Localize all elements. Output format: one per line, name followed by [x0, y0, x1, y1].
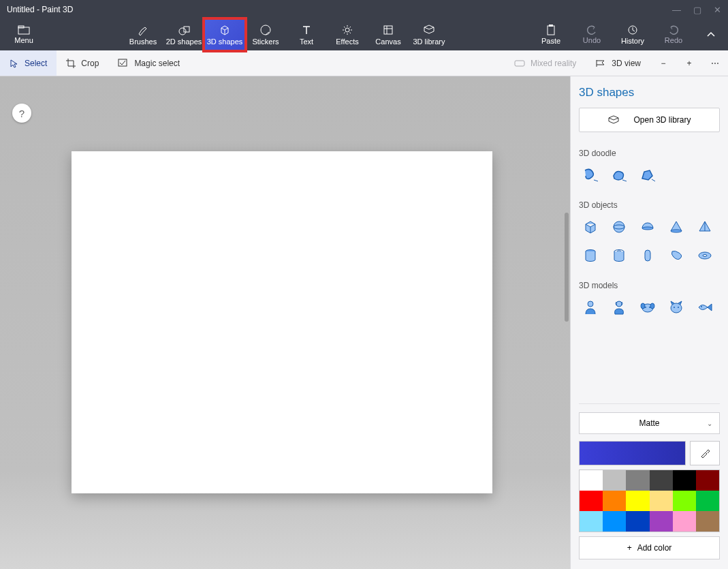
redo-button[interactable]: Redo: [653, 19, 694, 50]
library-icon: [423, 24, 435, 36]
svg-line-12: [594, 180, 598, 181]
ellipsis-icon: ⋯: [711, 59, 719, 68]
maximize-button[interactable]: ▢: [693, 5, 701, 15]
svg-rect-11: [515, 61, 524, 66]
object-pyramid[interactable]: [693, 215, 716, 239]
color-swatch[interactable]: [696, 470, 719, 491]
object-cylinder[interactable]: [579, 244, 602, 267]
mixed-reality-tool: Mixed reality: [505, 59, 586, 68]
color-swatch[interactable]: [626, 491, 649, 511]
magic-select-tool[interactable]: Magic select: [108, 50, 189, 76]
ribbon-tool-label: Canvas: [375, 37, 400, 46]
svg-point-4: [261, 25, 270, 35]
current-color[interactable]: [579, 441, 686, 465]
close-button[interactable]: ✕: [714, 5, 721, 15]
svg-line-13: [622, 180, 627, 181]
color-swatch[interactable]: [696, 511, 719, 532]
model-man[interactable]: [579, 296, 602, 319]
model-dog[interactable]: [636, 296, 659, 319]
object-sphere[interactable]: [607, 215, 631, 239]
svg-rect-22: [645, 250, 650, 261]
color-swatch[interactable]: [626, 511, 649, 532]
ribbon-tool-text[interactable]: Text: [286, 19, 327, 50]
color-swatch[interactable]: [580, 470, 603, 491]
canvas[interactable]: [72, 151, 492, 493]
select-tool[interactable]: Select: [0, 50, 57, 76]
model-fish[interactable]: [693, 296, 716, 319]
menu-button[interactable]: Menu: [0, 19, 48, 50]
ribbon-tool-label: 3D shapes: [207, 37, 243, 46]
ribbon-tool-2d[interactable]: 2D shapes: [163, 19, 204, 50]
color-swatch[interactable]: [673, 470, 696, 491]
more-button[interactable]: ⋯: [702, 59, 728, 68]
object-tube[interactable]: [607, 244, 631, 267]
side-panel: 3D shapes Open 3D library 3D doodle 3D o…: [570, 76, 728, 569]
cursor-icon: [10, 59, 19, 68]
ribbon-tool-library[interactable]: 3D library: [409, 19, 449, 50]
model-cat[interactable]: [665, 296, 688, 319]
svg-point-31: [649, 307, 650, 308]
window-controls: — ▢ ✕: [672, 5, 721, 15]
color-palette: [579, 470, 720, 532]
object-torus[interactable]: [693, 244, 716, 267]
2d-icon: [178, 24, 190, 36]
secondary-toolbar: Select Crop Magic select Mixed reality 3…: [0, 50, 728, 76]
model-woman[interactable]: [607, 296, 631, 319]
color-swatch[interactable]: [650, 491, 673, 511]
minimize-button[interactable]: —: [672, 5, 681, 15]
zoom-in-button[interactable]: +: [676, 59, 702, 68]
material-select[interactable]: Matte ⌄: [579, 412, 720, 434]
color-swatch[interactable]: [603, 511, 626, 532]
ribbon-tool-brush[interactable]: Brushes: [123, 19, 163, 50]
doodle-tube[interactable]: [579, 164, 602, 187]
toolbar-right: Mixed reality 3D view − + ⋯: [505, 59, 728, 68]
ribbon-tools: Brushes2D shapes3D shapesStickersTextEff…: [123, 19, 449, 50]
color-swatch[interactable]: [696, 491, 719, 511]
view-3d-tool[interactable]: 3D view: [586, 59, 650, 68]
doodle-soft[interactable]: [607, 164, 631, 187]
svg-point-32: [671, 303, 682, 313]
color-swatch[interactable]: [603, 470, 626, 491]
paste-button[interactable]: Paste: [531, 19, 571, 50]
crop-label: Crop: [81, 59, 99, 68]
undo-icon: [586, 25, 597, 35]
color-swatch[interactable]: [580, 491, 603, 511]
object-cone[interactable]: [665, 215, 688, 239]
open-3d-library-button[interactable]: Open 3D library: [579, 108, 720, 132]
help-button[interactable]: ?: [12, 104, 31, 123]
color-swatch[interactable]: [673, 511, 696, 532]
ribbon-tool-canvas[interactable]: Canvas: [368, 19, 409, 50]
svg-point-25: [588, 301, 593, 307]
svg-point-18: [671, 230, 682, 232]
crop-tool[interactable]: Crop: [57, 50, 108, 76]
object-cube[interactable]: [579, 215, 602, 239]
ribbon-tool-effects[interactable]: Effects: [327, 19, 368, 50]
svg-point-34: [678, 307, 679, 308]
ribbon-tool-3d[interactable]: 3D shapes: [204, 19, 245, 50]
scrollbar-vertical[interactable]: [565, 213, 569, 322]
color-swatch[interactable]: [580, 511, 603, 532]
color-swatch[interactable]: [626, 470, 649, 491]
zoom-out-button[interactable]: −: [650, 59, 676, 68]
text-icon: [300, 24, 313, 36]
color-swatch[interactable]: [673, 491, 696, 511]
object-curved[interactable]: [665, 244, 688, 267]
color-swatch[interactable]: [603, 491, 626, 511]
canvas-icon: [382, 24, 394, 36]
eyedropper-button[interactable]: [690, 441, 720, 465]
doodle-sharp[interactable]: [636, 164, 659, 187]
paste-icon: [545, 25, 556, 35]
collapse-ribbon-button[interactable]: [694, 19, 728, 50]
history-button[interactable]: History: [612, 19, 653, 50]
color-swatch[interactable]: [650, 470, 673, 491]
add-color-button[interactable]: + Add color: [579, 536, 720, 559]
main-area: ? 3D shapes Open 3D library 3D doodle 3D…: [0, 76, 728, 569]
undo-button[interactable]: Undo: [571, 19, 612, 50]
object-capsule[interactable]: [636, 244, 659, 267]
flag-icon: [595, 59, 606, 67]
color-swatch[interactable]: [650, 511, 673, 532]
object-hemisphere[interactable]: [636, 215, 659, 239]
canvas-area[interactable]: ?: [0, 76, 570, 569]
svg-point-28: [641, 303, 645, 309]
ribbon-tool-sticker[interactable]: Stickers: [245, 19, 286, 50]
